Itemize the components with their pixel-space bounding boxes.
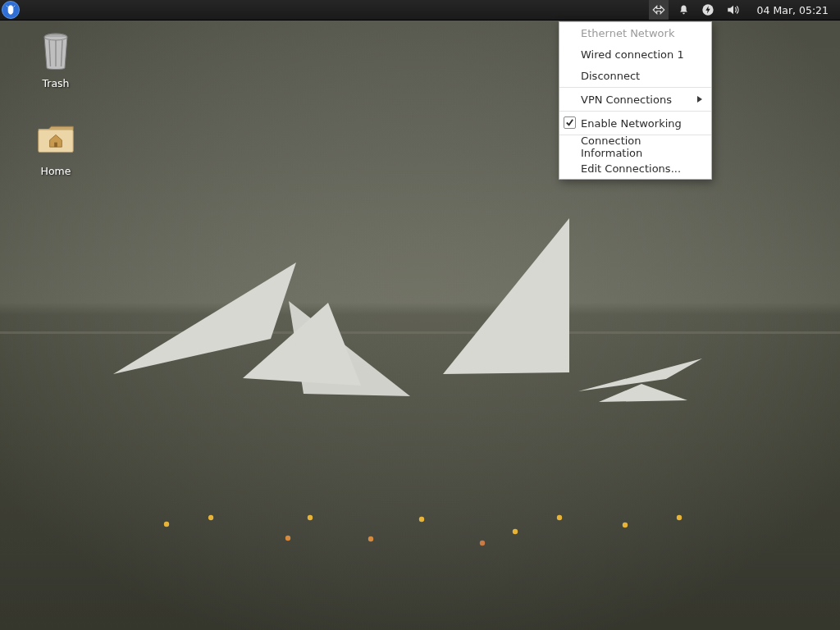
menu-separator bbox=[559, 87, 711, 88]
notifications-indicator[interactable] bbox=[678, 0, 690, 20]
checkmark-icon bbox=[565, 118, 574, 127]
top-panel: 04 Mar, 05:21 bbox=[0, 0, 840, 21]
network-wired-icon bbox=[651, 3, 666, 16]
volume-indicator[interactable] bbox=[726, 0, 741, 20]
xfce-mouse-icon bbox=[5, 4, 16, 16]
home-label: Home bbox=[41, 165, 71, 177]
menu-item-connection-info[interactable]: Connection Information bbox=[559, 136, 711, 158]
svg-point-8 bbox=[164, 522, 169, 527]
svg-point-12 bbox=[368, 536, 373, 541]
home-desktop-icon[interactable]: Home bbox=[15, 119, 97, 177]
trash-icon bbox=[36, 31, 75, 71]
speaker-icon bbox=[726, 3, 741, 16]
svg-point-15 bbox=[513, 529, 518, 534]
bell-icon bbox=[678, 3, 690, 16]
trash-label: Trash bbox=[42, 77, 69, 89]
svg-rect-26 bbox=[54, 143, 57, 148]
desktop-icons-area: Trash Home bbox=[15, 31, 105, 207]
svg-point-14 bbox=[480, 541, 485, 546]
svg-rect-0 bbox=[0, 0, 840, 630]
svg-rect-1 bbox=[0, 331, 840, 334]
network-menu: Ethernet Network Wired connection 1 Disc… bbox=[559, 21, 712, 180]
menu-item-wired-connection[interactable]: Wired connection 1 bbox=[559, 43, 711, 65]
svg-point-10 bbox=[285, 536, 290, 541]
clock[interactable]: 04 Mar, 05:21 bbox=[752, 4, 833, 16]
menu-separator bbox=[559, 111, 711, 112]
svg-point-17 bbox=[623, 523, 628, 527]
menu-item-enable-networking[interactable]: Enable Networking bbox=[559, 112, 711, 134]
menu-item-vpn-connections[interactable]: VPN Connections bbox=[559, 89, 711, 110]
svg-point-18 bbox=[677, 515, 682, 520]
enable-networking-checkbox[interactable] bbox=[564, 116, 576, 129]
enable-networking-label: Enable Networking bbox=[581, 117, 682, 130]
svg-point-13 bbox=[419, 517, 424, 522]
system-tray: 04 Mar, 05:21 bbox=[648, 0, 840, 20]
svg-point-11 bbox=[308, 515, 313, 520]
power-bolt-icon bbox=[701, 3, 714, 16]
ethernet-header: Ethernet Network bbox=[559, 22, 711, 43]
home-folder-icon bbox=[36, 119, 75, 158]
svg-point-16 bbox=[557, 515, 562, 520]
power-indicator[interactable] bbox=[701, 0, 714, 20]
app-menu-button[interactable] bbox=[2, 1, 20, 19]
submenu-arrow-icon bbox=[696, 94, 703, 106]
menu-item-edit-connections[interactable]: Edit Connections... bbox=[559, 158, 711, 179]
trash-desktop-icon[interactable]: Trash bbox=[15, 31, 97, 89]
vpn-label: VPN Connections bbox=[581, 94, 672, 106]
wallpaper-art bbox=[0, 0, 840, 630]
menu-item-disconnect[interactable]: Disconnect bbox=[559, 65, 711, 86]
network-indicator[interactable] bbox=[649, 0, 669, 20]
svg-point-9 bbox=[208, 515, 213, 520]
